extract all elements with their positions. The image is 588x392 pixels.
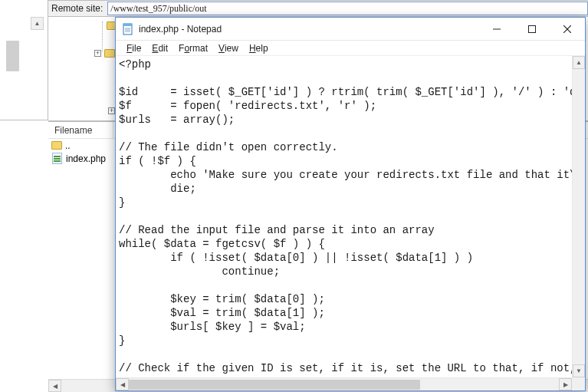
tree-connector xyxy=(102,21,103,52)
menu-bar: File Edit Format View Help xyxy=(116,41,585,56)
close-button[interactable] xyxy=(550,18,585,40)
notepad-window: index.php - Notepad File Edit Format Vie… xyxy=(115,17,586,391)
remote-path-input[interactable] xyxy=(107,2,588,15)
svg-rect-6 xyxy=(529,25,536,32)
menu-format[interactable]: Format xyxy=(174,42,212,54)
local-tree-panel: ▲ xyxy=(0,0,48,120)
file-name: .. xyxy=(65,140,71,151)
menu-edit[interactable]: Edit xyxy=(147,42,172,54)
remote-site-bar: Remote site: xyxy=(48,0,588,17)
editor-body: <?php $id = isset( $_GET['id'] ) ? rtrim… xyxy=(116,56,585,390)
file-name: index.php xyxy=(66,153,106,164)
scrollbar-thumb[interactable] xyxy=(129,380,420,390)
folder-icon xyxy=(104,49,115,58)
minimize-button[interactable] xyxy=(479,18,514,40)
window-title: index.php - Notepad xyxy=(139,24,479,35)
expand-icon[interactable]: + xyxy=(94,50,101,57)
remote-site-label: Remote site: xyxy=(48,3,107,14)
horizontal-scrollbar[interactable]: ◀ ▶ xyxy=(116,377,572,390)
title-bar[interactable]: index.php - Notepad xyxy=(116,18,585,41)
scroll-track[interactable] xyxy=(129,378,559,390)
menu-file[interactable]: File xyxy=(122,42,146,54)
svg-rect-1 xyxy=(123,24,132,26)
tree-node-collapsed[interactable]: + xyxy=(108,107,115,114)
scroll-down-arrow[interactable]: ▼ xyxy=(573,364,585,377)
scroll-corner xyxy=(572,377,585,390)
folder-up-icon xyxy=(51,141,62,150)
scrollbar-thumb[interactable] xyxy=(6,41,19,71)
menu-view[interactable]: View xyxy=(214,42,243,54)
menu-help[interactable]: Help xyxy=(245,42,273,54)
scroll-left-arrow[interactable]: ◀ xyxy=(116,378,129,390)
expand-icon[interactable]: + xyxy=(108,107,115,114)
window-controls xyxy=(479,18,585,40)
text-area[interactable]: <?php $id = isset( $_GET['id'] ) ? rtrim… xyxy=(116,56,572,377)
scroll-right-arrow[interactable]: ▶ xyxy=(559,378,572,390)
scroll-left-arrow[interactable]: ◀ xyxy=(48,380,61,392)
tree-node-collapsed[interactable]: + xyxy=(94,49,115,58)
maximize-button[interactable] xyxy=(514,18,550,40)
column-filename[interactable]: Filename xyxy=(48,122,113,138)
php-file-icon xyxy=(51,153,63,163)
vertical-scrollbar[interactable]: ▲ ▼ xyxy=(572,56,585,377)
notepad-app-icon xyxy=(122,23,134,35)
scroll-up-arrow[interactable]: ▲ xyxy=(31,17,44,30)
scroll-track[interactable] xyxy=(573,69,585,364)
scroll-up-arrow[interactable]: ▲ xyxy=(573,56,585,69)
